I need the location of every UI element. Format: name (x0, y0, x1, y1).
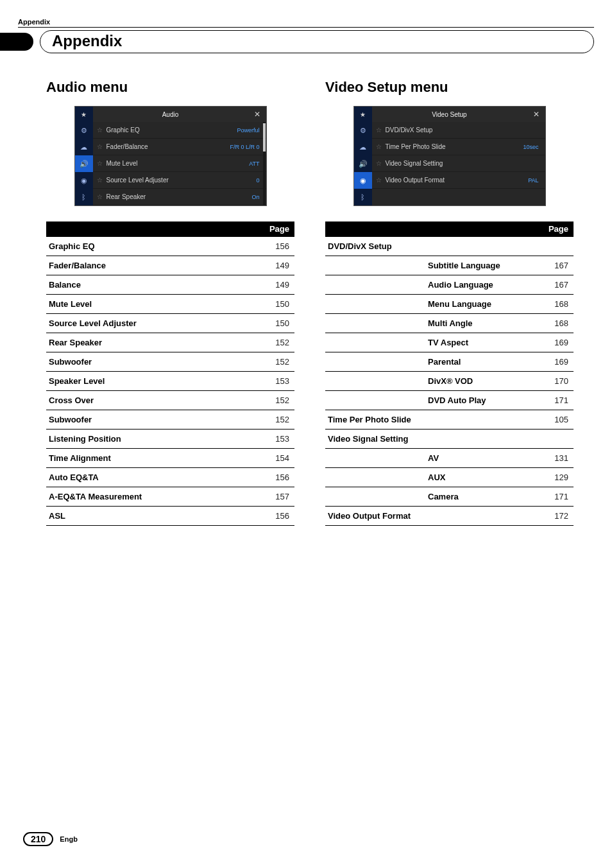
index-label: Source Level Adjuster (46, 314, 259, 333)
index-sub-label: Multi Angle (325, 314, 538, 333)
index-label: Subwoofer (46, 410, 259, 430)
sidebar-item[interactable]: ◉ (75, 172, 93, 189)
section-small-label: Appendix (18, 18, 594, 28)
index-page: 171 (538, 487, 574, 507)
index-sub-label: TV Aspect (325, 333, 538, 352)
index-sub-label: Camera (325, 487, 538, 507)
video-setup-screenshot: ★ Video Setup ✕ ⚙☁🔊◉ᛒ ☆DVD/DivX Setup☆Ti… (353, 106, 546, 206)
index-page: 170 (538, 372, 574, 391)
menu-row[interactable]: ☆DVD/DivX Setup (372, 122, 545, 139)
close-icon[interactable]: ✕ (527, 107, 545, 122)
index-page: 171 (538, 391, 574, 410)
menu-row[interactable]: ☆Time Per Photo Slide10sec (372, 139, 545, 155)
index-page: 149 (259, 275, 294, 295)
index-label: A-EQ&TA Measurement (46, 487, 259, 507)
sidebar-item[interactable]: ᛒ (354, 189, 372, 205)
menu-row-value: 10sec (523, 144, 538, 150)
index-page: 156 (259, 237, 294, 256)
index-sub-label: Parental (325, 352, 538, 372)
menu-row[interactable]: ☆Mute LevelATT (93, 155, 266, 172)
menu-row[interactable]: ☆Video Signal Setting (372, 155, 545, 172)
close-icon[interactable]: ✕ (248, 107, 266, 122)
sidebar-item[interactable]: 🔊 (75, 155, 93, 172)
index-group: Video Signal Setting (325, 430, 574, 449)
index-label: Mute Level (46, 295, 259, 314)
index-page: 157 (259, 487, 294, 507)
index-sub-label: DivX® VOD (325, 372, 538, 391)
index-label: Auto EQ&TA (46, 468, 259, 487)
page-col-header: Page (259, 221, 294, 237)
favorite-star-icon: ☆ (97, 193, 103, 200)
scrollbar[interactable] (263, 122, 266, 205)
index-label: Speaker Level (46, 372, 259, 391)
sidebar-item[interactable]: ◉ (354, 172, 372, 189)
index-sub-label: Audio Language (325, 275, 538, 295)
index-sub-label: Menu Language (325, 295, 538, 314)
sidebar-item[interactable]: ⚙ (354, 122, 372, 139)
video-setup-heading: Video Setup menu (325, 79, 574, 96)
video-index-table: Page DVD/DivX SetupSubtitle Language167A… (325, 221, 574, 526)
sidebar-item[interactable]: ☁ (354, 139, 372, 155)
title-tab (0, 33, 33, 51)
index-page: 169 (538, 333, 574, 352)
index-label: Rear Speaker (46, 333, 259, 352)
sidebar-item[interactable]: ⚙ (75, 122, 93, 139)
index-page: 152 (259, 391, 294, 410)
index-sub-label: AUX (325, 468, 538, 487)
menu-row[interactable]: ☆Graphic EQPowerful (93, 122, 266, 139)
menu-row-value: ATT (249, 161, 259, 167)
index-page: 153 (259, 430, 294, 449)
menu-row-label: Fader/Balance (106, 143, 230, 150)
index-page: 152 (259, 410, 294, 430)
favorite-star-icon: ☆ (376, 160, 382, 167)
index-page: 129 (538, 468, 574, 487)
index-label: Video Output Format (325, 507, 538, 526)
index-label: Subwoofer (46, 352, 259, 372)
index-page: 172 (538, 507, 574, 526)
page-title: Appendix (40, 30, 594, 53)
menu-row-label: Mute Level (106, 160, 250, 167)
menu-row-label: Rear Speaker (106, 193, 252, 200)
index-page: 105 (538, 410, 574, 430)
favorite-star-icon: ☆ (376, 143, 382, 150)
index-page: 152 (259, 333, 294, 352)
index-label: Balance (46, 275, 259, 295)
index-page: 150 (259, 314, 294, 333)
menu-row[interactable]: ☆Video Output FormatPAL (372, 172, 545, 189)
menu-row-label: Video Output Format (386, 177, 529, 184)
menu-row-label: Time Per Photo Slide (386, 143, 523, 150)
page-col-header: Page (538, 221, 574, 237)
audio-index-table: Page Graphic EQ156Fader/Balance149Balanc… (46, 221, 294, 526)
index-sub-label: DVD Auto Play (325, 391, 538, 410)
star-icon: ★ (75, 107, 93, 122)
index-label: Time Per Photo Slide (325, 410, 538, 430)
sidebar-item[interactable]: ☁ (75, 139, 93, 155)
device-title: Audio (93, 107, 248, 122)
index-label: Fader/Balance (46, 256, 259, 275)
audio-menu-heading: Audio menu (46, 79, 294, 96)
menu-row-value: Powerful (237, 127, 259, 134)
index-label: Graphic EQ (46, 237, 259, 256)
audio-menu-screenshot: ★ Audio ✕ ⚙☁🔊◉ᛒ ☆Graphic EQPowerful☆Fade… (74, 106, 267, 206)
index-sub-label: Subtitle Language (325, 256, 538, 275)
sidebar-item[interactable]: ᛒ (75, 189, 93, 205)
index-sub-label: AV (325, 449, 538, 468)
menu-row[interactable]: ☆Source Level Adjuster0 (93, 172, 266, 189)
menu-row[interactable]: ☆Rear SpeakerOn (93, 189, 266, 205)
sidebar-item[interactable]: 🔊 (354, 155, 372, 172)
index-page: 150 (259, 295, 294, 314)
menu-row-label: Source Level Adjuster (106, 177, 257, 184)
menu-row-label: Video Signal Setting (386, 160, 539, 167)
index-page: 168 (538, 314, 574, 333)
index-page: 167 (538, 256, 574, 275)
menu-row[interactable]: ☆Fader/BalanceF/R 0 L/R 0 (93, 139, 266, 155)
index-page: 149 (259, 256, 294, 275)
favorite-star-icon: ☆ (97, 177, 103, 184)
device-title: Video Setup (372, 107, 527, 122)
menu-row-value: 0 (256, 177, 259, 184)
index-page: 169 (538, 352, 574, 372)
index-page: 152 (259, 352, 294, 372)
index-label: Listening Position (46, 430, 259, 449)
star-icon: ★ (354, 107, 372, 122)
menu-row-label: DVD/DivX Setup (386, 126, 539, 134)
